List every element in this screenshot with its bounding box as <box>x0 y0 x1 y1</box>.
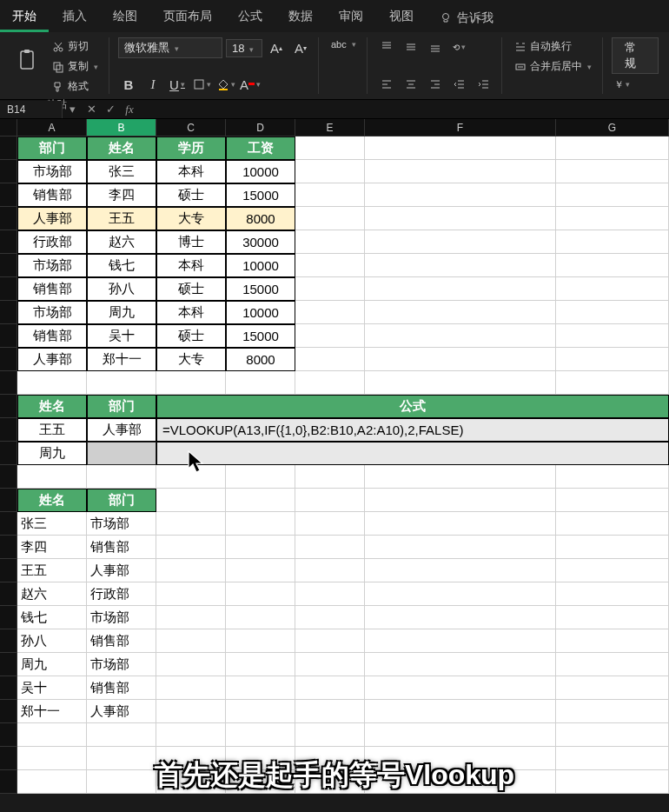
t3-cell[interactable]: 行政部 <box>87 582 156 606</box>
empty[interactable] <box>226 559 295 582</box>
t1-hdr[interactable]: 工资 <box>226 136 295 160</box>
empty[interactable] <box>226 700 295 723</box>
empty[interactable] <box>365 254 556 277</box>
increase-indent-button[interactable] <box>474 75 494 94</box>
confirm-button[interactable]: ✓ <box>101 100 120 119</box>
t2-hdr-formula[interactable]: 公式 <box>156 395 669 418</box>
empty[interactable] <box>17 465 87 489</box>
align-left-button[interactable] <box>376 75 397 94</box>
empty[interactable] <box>226 371 295 395</box>
merge-center-button[interactable]: 合并后居中▾ <box>511 57 595 76</box>
empty[interactable] <box>295 324 365 348</box>
font-size-select[interactable]: 18 ▾ <box>226 39 262 57</box>
row-header-20[interactable] <box>0 582 17 606</box>
t2-formula[interactable] <box>156 442 669 465</box>
empty[interactable] <box>17 371 87 395</box>
empty[interactable] <box>365 723 556 747</box>
row-header-9[interactable] <box>0 324 17 348</box>
font-color-button[interactable]: A▾ <box>240 75 261 94</box>
empty[interactable] <box>365 371 556 395</box>
cancel-button[interactable]: ✕ <box>82 100 101 119</box>
row-header-16[interactable] <box>0 489 17 512</box>
t1-cell[interactable]: 博士 <box>156 230 226 254</box>
tab-3[interactable]: 页面布局 <box>151 3 224 32</box>
t3-cell[interactable]: 钱七 <box>17 606 87 629</box>
currency-button[interactable]: ￥▾ <box>612 75 633 94</box>
empty[interactable] <box>556 160 669 183</box>
t1-cell[interactable]: 硕士 <box>156 277 226 301</box>
t1-cell[interactable]: 8000 <box>226 348 295 371</box>
name-box-dropdown[interactable]: ▾ <box>63 100 82 119</box>
empty[interactable] <box>156 536 226 559</box>
empty[interactable] <box>556 700 669 723</box>
tab-0[interactable]: 开始 <box>0 3 49 32</box>
empty[interactable] <box>365 559 556 582</box>
t2-cell[interactable]: 王五 <box>17 418 87 442</box>
t1-cell[interactable]: 市场部 <box>17 160 87 183</box>
decrease-font-button[interactable]: A▾ <box>290 38 311 57</box>
t3-cell[interactable]: 销售部 <box>87 676 156 700</box>
col-header-C[interactable]: C <box>156 119 226 136</box>
t1-cell[interactable]: 大专 <box>156 348 226 371</box>
empty[interactable] <box>295 536 365 559</box>
empty[interactable] <box>295 371 365 395</box>
orientation-button[interactable]: ⟲▾ <box>449 37 470 57</box>
empty[interactable] <box>226 629 295 653</box>
align-bottom-button[interactable] <box>425 37 446 57</box>
empty[interactable] <box>295 582 365 606</box>
empty[interactable] <box>556 136 669 160</box>
t3-cell[interactable]: 赵六 <box>17 582 87 606</box>
t3-cell[interactable]: 孙八 <box>17 629 87 653</box>
t1-cell[interactable]: 硕士 <box>156 324 226 348</box>
empty[interactable] <box>365 489 556 512</box>
formula-input[interactable] <box>139 103 669 116</box>
empty[interactable] <box>365 183 556 207</box>
t1-cell[interactable]: 销售部 <box>17 183 87 207</box>
empty[interactable] <box>556 254 669 277</box>
empty[interactable] <box>556 536 669 559</box>
empty[interactable] <box>556 207 669 230</box>
empty[interactable] <box>365 465 556 489</box>
t3-cell[interactable]: 李四 <box>17 536 87 559</box>
align-top-button[interactable] <box>376 37 397 57</box>
t1-cell[interactable]: 李四 <box>87 183 156 207</box>
row-header-10[interactable] <box>0 348 17 371</box>
row-header-22[interactable] <box>0 629 17 653</box>
empty[interactable] <box>295 700 365 723</box>
empty[interactable] <box>295 512 365 536</box>
font-name-select[interactable]: 微软雅黑 ▾ <box>118 37 222 58</box>
empty[interactable] <box>556 348 669 371</box>
row-header-23[interactable] <box>0 653 17 676</box>
fx-button[interactable]: fx <box>120 100 139 119</box>
empty[interactable] <box>556 512 669 536</box>
t1-cell[interactable]: 人事部 <box>17 207 87 230</box>
empty[interactable] <box>295 348 365 371</box>
empty[interactable] <box>295 676 365 700</box>
col-header-D[interactable]: D <box>226 119 295 136</box>
t2-formula[interactable]: =VLOOKUP(A13,IF({1,0},B2:B10,A2:A10),2,F… <box>156 418 669 442</box>
format-painter-button[interactable]: 格式 <box>49 77 102 96</box>
t1-cell[interactable]: 张三 <box>87 160 156 183</box>
empty[interactable] <box>226 512 295 536</box>
t1-cell[interactable]: 本科 <box>156 301 226 324</box>
empty[interactable] <box>226 723 295 747</box>
empty[interactable] <box>556 582 669 606</box>
empty[interactable] <box>87 371 156 395</box>
empty[interactable] <box>365 653 556 676</box>
empty[interactable] <box>365 348 556 371</box>
t3-hdr[interactable]: 姓名 <box>17 489 87 512</box>
t1-cell[interactable]: 周九 <box>87 301 156 324</box>
tab-4[interactable]: 公式 <box>226 3 275 32</box>
empty[interactable] <box>556 559 669 582</box>
empty[interactable] <box>156 489 226 512</box>
empty[interactable] <box>17 723 87 747</box>
row-header-6[interactable] <box>0 254 17 277</box>
row-header-24[interactable] <box>0 676 17 700</box>
tab-1[interactable]: 插入 <box>50 3 99 32</box>
t1-cell[interactable]: 孙八 <box>87 277 156 301</box>
t1-cell[interactable]: 赵六 <box>87 230 156 254</box>
empty[interactable] <box>556 301 669 324</box>
t1-cell[interactable]: 销售部 <box>17 324 87 348</box>
t1-cell[interactable]: 王五 <box>87 207 156 230</box>
t1-cell[interactable]: 吴十 <box>87 324 156 348</box>
